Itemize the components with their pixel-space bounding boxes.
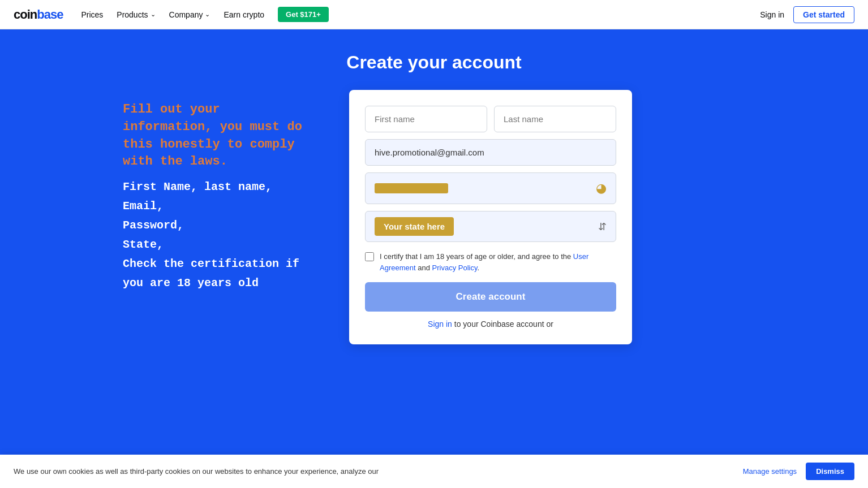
password-spinner-icon: ◕ (596, 181, 607, 196)
first-name-input[interactable] (365, 106, 487, 132)
navbar: coinbase Prices Products ⌄ Company ⌄ Ear… (0, 0, 868, 29)
state-arrows-icon: ⇵ (598, 221, 607, 233)
company-chevron-icon: ⌄ (205, 11, 210, 18)
cookie-banner: We use our own cookies as well as third-… (0, 455, 868, 488)
page-title: Create your account (11, 52, 857, 73)
navbar-right: Sign in Get started (760, 6, 854, 23)
cert-text: I certify that I am 18 years of age or o… (380, 251, 616, 273)
email-field-wrap (365, 139, 616, 166)
get-started-button[interactable]: Get started (793, 6, 854, 23)
logo[interactable]: coinbase (14, 7, 63, 22)
instruction-list: First Name, last name, Email, Password, … (123, 178, 315, 293)
nav-prices[interactable]: Prices (81, 10, 103, 19)
password-strength-bar (375, 183, 448, 193)
state-badge: Your state here (375, 217, 454, 236)
nav-company[interactable]: Company ⌄ (169, 10, 210, 19)
create-account-button[interactable]: Create account (365, 282, 616, 312)
promo-button[interactable]: Get $171+ (278, 7, 329, 22)
sign-in-bottom-link[interactable]: Sign in (428, 319, 452, 329)
age-cert-checkbox[interactable] (365, 252, 374, 261)
state-select-wrap[interactable]: Your state here ⇵ (365, 211, 616, 242)
main-content: Create your account Fill out your inform… (0, 29, 868, 459)
nav-products[interactable]: Products ⌄ (117, 10, 155, 19)
form-card: ◕ Your state here ⇵ I certify that I am … (349, 90, 632, 344)
left-instructions: Fill out your information, you must do t… (123, 90, 315, 293)
sign-in-bottom: Sign in to your Coinbase account or (365, 319, 616, 329)
privacy-policy-link[interactable]: Privacy Policy (432, 264, 478, 272)
products-chevron-icon: ⌄ (151, 11, 156, 18)
nav-earn-crypto[interactable]: Earn crypto (224, 10, 264, 19)
cookie-text: We use our own cookies as well as third-… (14, 467, 734, 476)
password-field-wrap[interactable]: ◕ (365, 172, 616, 204)
content-row: Fill out your information, you must do t… (123, 90, 745, 344)
dismiss-button[interactable]: Dismiss (806, 463, 854, 480)
name-row (365, 106, 616, 132)
cert-row: I certify that I am 18 years of age or o… (365, 251, 616, 273)
instruction-highlight: Fill out your information, you must do t… (123, 101, 315, 171)
last-name-input[interactable] (494, 106, 616, 132)
sign-in-link[interactable]: Sign in (760, 10, 784, 19)
nav-links: Prices Products ⌄ Company ⌄ Earn crypto … (81, 7, 760, 22)
manage-settings-link[interactable]: Manage settings (743, 467, 797, 476)
email-input[interactable] (365, 139, 616, 166)
